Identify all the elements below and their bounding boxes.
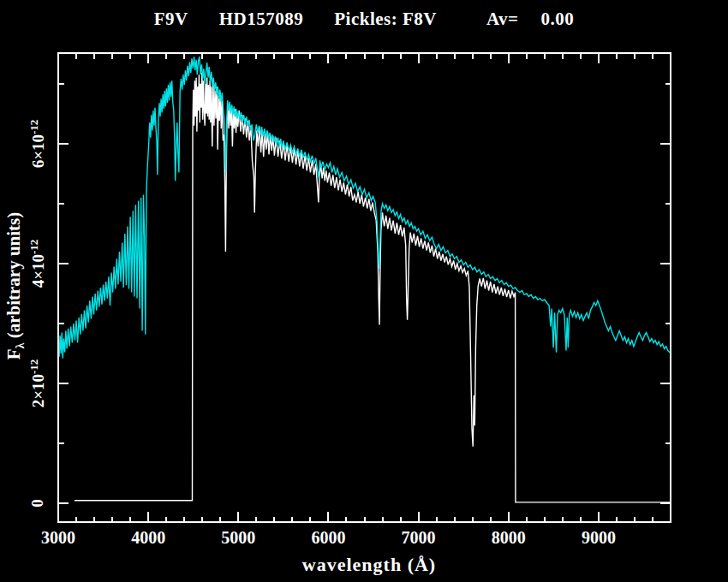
observed-spectrum-line	[75, 73, 671, 502]
spectrum-viewer-screen: F9V HD157089 Pickles: F8V Av= 0.00 Fλ (a…	[0, 0, 728, 582]
spectrum-plot	[0, 0, 728, 582]
template-spectrum-line	[58, 56, 670, 359]
